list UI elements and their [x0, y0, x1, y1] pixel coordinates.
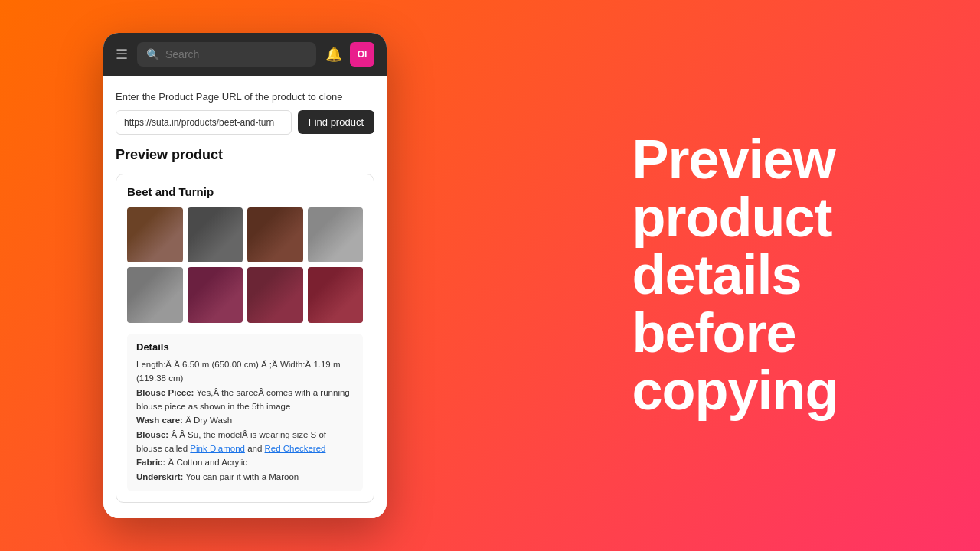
underskirt-text: You can pair it with a Maroon — [185, 472, 299, 481]
product-name: Beet and Turnip — [127, 185, 363, 198]
search-input[interactable] — [165, 48, 307, 60]
product-image-2 — [188, 207, 243, 263]
phone-content: Enter the Product Page URL of the produc… — [103, 76, 387, 519]
phone-mockup: ☰ 🔍 🔔 OI Enter the Product Page URL of t… — [103, 33, 387, 519]
blouse-piece-label: Blouse Piece: — [136, 388, 194, 397]
right-panel: Preview product details before copying — [490, 0, 980, 551]
underskirt-label: Underskirt: — [136, 472, 183, 481]
hamburger-icon[interactable]: ☰ — [116, 46, 128, 63]
wash-care-text: Â Dry Wash — [185, 416, 232, 425]
fabric-text: Â Cotton and Acrylic — [168, 458, 248, 467]
url-input-row: Find product — [116, 110, 374, 135]
wash-care-label: Wash care: — [136, 416, 183, 425]
hero-line-4: before — [632, 305, 838, 363]
find-product-button[interactable]: Find product — [298, 110, 374, 134]
hero-text: Preview product details before copying — [632, 131, 838, 420]
fabric-label: Fabric: — [136, 458, 165, 467]
blouse-and-text: and — [247, 444, 264, 453]
header-icons: 🔔 OI — [325, 42, 374, 67]
pink-diamond-link[interactable]: Pink Diamond — [190, 444, 245, 453]
search-bar-container[interactable]: 🔍 — [137, 42, 316, 67]
product-image-7 — [247, 267, 303, 323]
phone-header: ☰ 🔍 🔔 OI — [103, 33, 387, 76]
details-heading: Details — [136, 341, 354, 353]
preview-section-title: Preview product — [116, 147, 374, 163]
left-panel: ☰ 🔍 🔔 OI Enter the Product Page URL of t… — [0, 0, 490, 551]
red-checkered-link[interactable]: Red Checkered — [265, 444, 326, 453]
url-input[interactable] — [116, 110, 292, 135]
product-image-8 — [308, 267, 364, 323]
search-icon: 🔍 — [146, 48, 159, 60]
hero-line-3: details — [632, 246, 838, 305]
product-card: Beet and Turnip Details Length:Â — [116, 174, 374, 504]
product-image-5 — [127, 267, 183, 323]
url-section: Enter the Product Page URL of the produc… — [116, 91, 374, 135]
hero-line-2: product — [632, 189, 838, 247]
bell-icon[interactable]: 🔔 — [325, 46, 342, 63]
hero-line-5: copying — [632, 362, 838, 420]
details-text: Length:Â Â 6.50 m (650.00 cm) Â ;Â Width… — [136, 357, 354, 484]
details-box: Details Length:Â Â 6.50 m (650.00 cm) Â … — [127, 334, 363, 492]
product-image-grid — [127, 207, 363, 323]
product-image-1 — [127, 207, 183, 263]
product-image-6 — [188, 267, 243, 323]
hero-line-1: Preview — [632, 131, 838, 189]
avatar: OI — [350, 42, 374, 67]
product-image-4 — [308, 207, 364, 263]
url-label: Enter the Product Page URL of the produc… — [116, 91, 374, 103]
product-image-3 — [247, 207, 303, 263]
length-text: Length:Â Â 6.50 m (650.00 cm) Â ;Â Width… — [136, 360, 341, 383]
blouse-label: Blouse: — [136, 430, 168, 439]
